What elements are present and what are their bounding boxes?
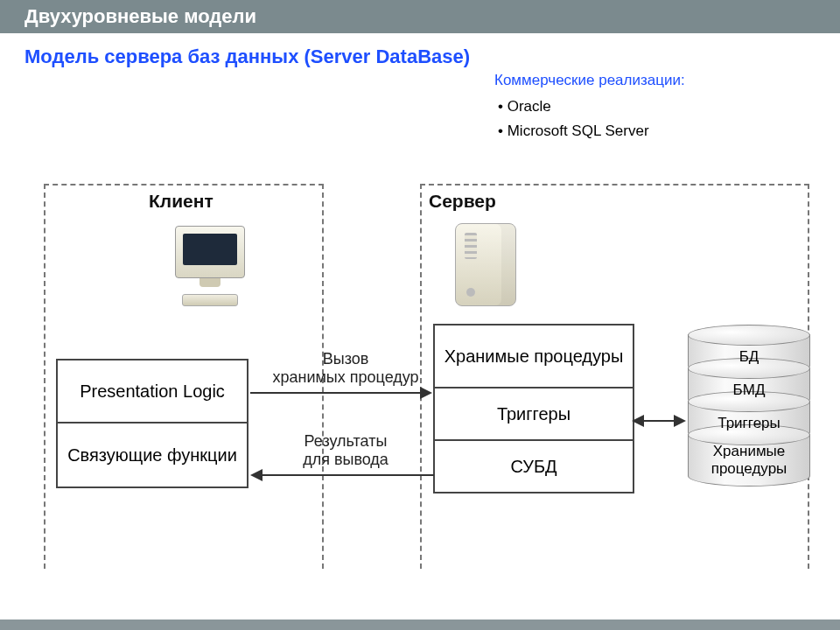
cylinder-stored-procedures: Хранимые процедуры bbox=[688, 434, 810, 486]
arrow-result-line bbox=[262, 474, 434, 476]
implementation-item: Oracle bbox=[498, 98, 685, 116]
client-title: Клиент bbox=[149, 191, 214, 212]
footer-stripe bbox=[0, 620, 840, 630]
cylinder-label: Триггеры bbox=[718, 411, 780, 432]
server-tower-icon bbox=[455, 223, 516, 306]
server-box-stored-procedures: Хранимые процедуры bbox=[433, 324, 634, 388]
client-box-presentation-logic: Presentation Logic bbox=[56, 359, 248, 424]
cylinder-label: Хранимые процедуры bbox=[689, 443, 809, 477]
computer-icon bbox=[162, 226, 258, 306]
double-arrow-right-head-icon bbox=[674, 415, 686, 427]
arrow-label-result: Результаты для вывода bbox=[271, 432, 420, 469]
server-box-triggers: Триггеры bbox=[433, 388, 634, 441]
double-arrow-left-head-icon bbox=[632, 415, 644, 427]
arrow-call-head-icon bbox=[420, 387, 432, 399]
slide-subtitle: Модель сервера баз данных (Server DataBa… bbox=[0, 33, 840, 74]
slide-title: Двухуровневые модели bbox=[0, 0, 840, 33]
implementations-block: Коммерческие реализации: Oracle Microsof… bbox=[494, 72, 685, 147]
server-title: Сервер bbox=[429, 191, 496, 212]
server-box-dbms: СУБД bbox=[433, 441, 634, 494]
architecture-diagram: Клиент Сервер Presentation Logic Связующ… bbox=[35, 175, 822, 586]
cylinder-label: БД bbox=[739, 345, 760, 366]
database-stack: БД БМД Триггеры Хранимые процедуры bbox=[688, 334, 810, 486]
client-box-binding-functions: Связующие функции bbox=[56, 424, 248, 488]
implementation-item: Microsoft SQL Server bbox=[498, 122, 685, 140]
arrow-result-head-icon bbox=[250, 469, 262, 481]
implementations-header: Коммерческие реализации: bbox=[494, 72, 685, 89]
arrow-label-call: Вызов хранимых процедур bbox=[271, 350, 420, 387]
cylinder-label: БМД bbox=[733, 378, 766, 399]
arrow-call-line bbox=[250, 392, 422, 394]
